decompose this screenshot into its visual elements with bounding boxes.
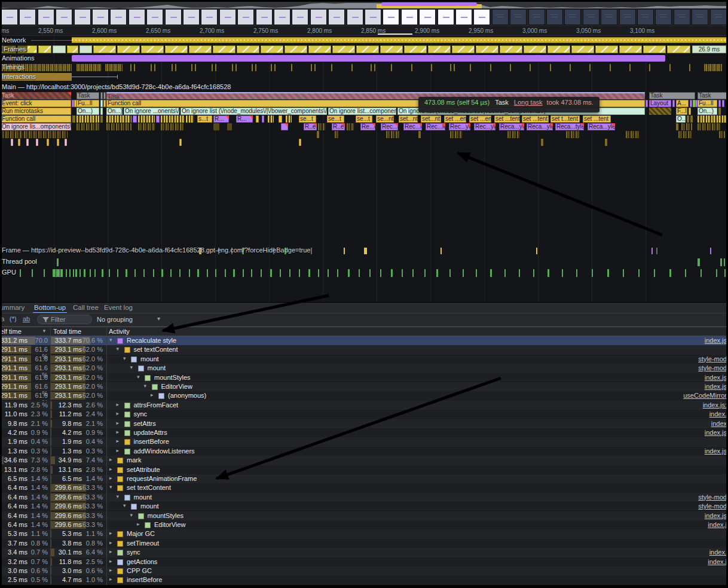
flame-block[interactable] [11,139,13,146]
tab-event-log[interactable]: Event log [103,303,134,313]
flame-block[interactable] [386,131,399,138]
flame-block[interactable] [262,115,264,123]
frame-block[interactable] [79,45,92,53]
source-link[interactable]: index.j [708,558,727,565]
flame-block[interactable]: R..e [304,123,317,130]
frame-block[interactable] [404,45,427,53]
screenshot-thumbnail[interactable] [110,9,127,25]
cpu-overview-strip[interactable] [0,0,728,8]
main-thread-title[interactable]: Main — http://localhost:3000/projects/bd… [0,83,728,92]
frame-block[interactable] [643,45,666,53]
flame-block[interactable] [213,123,219,130]
flame-block[interactable]: R..e [332,123,345,130]
expand-arrow-icon[interactable]: ▸ [117,429,120,435]
collapse-arrow-icon[interactable]: ▾ [117,493,120,499]
grouping-caret-icon[interactable]: ▾ [157,315,160,322]
flame-block[interactable] [281,123,288,130]
source-link[interactable]: index. [709,549,727,556]
main-flame-chart[interactable]: TaskTaskTaskTaskTaskEvent: clickFu...llF… [0,92,728,154]
flame-block[interactable]: se...t [356,115,372,123]
screenshot-thumbnail[interactable] [528,9,545,25]
tab-call-tree[interactable]: Call tree [72,303,100,313]
source-link[interactable]: style-mod [698,355,727,362]
flame-block[interactable] [100,108,103,115]
flame-block[interactable]: Task [1,92,71,99]
flame-block[interactable] [347,123,354,130]
screenshot-thumbnail[interactable] [401,9,418,25]
expand-arrow-icon[interactable]: ▸ [109,576,112,582]
flame-block[interactable] [335,131,339,138]
flame-block[interactable] [65,139,67,146]
screenshot-thumbnail[interactable] [419,9,436,25]
screenshot-thumbnail[interactable] [655,9,672,25]
flame-block[interactable]: A... [676,100,689,107]
tab-summary[interactable]: Summary [0,303,26,313]
table-row[interactable]: 6.4 ms1.4 %299.6 ms63.3 %▾mountstyle-mod [0,502,728,511]
selection-handle[interactable] [378,33,412,35]
table-row[interactable]: 34.6 ms7.3 %34.9 ms7.4 %▸mark [0,456,728,465]
screenshot-thumbnail[interactable] [601,9,617,25]
flame-block[interactable]: On...) [698,108,717,115]
match-case-icon[interactable]: Aa [0,315,4,322]
flame-block[interactable]: On ignore list...components\/) [328,108,396,115]
table-row[interactable]: 3.2 ms0.7 %11.8 ms2.5 %▸getActionsindex.… [0,557,728,566]
flame-block[interactable]: Rec...le [426,123,445,130]
flame-block[interactable]: set ...ent [444,115,466,123]
flame-block[interactable]: Rec...yle [474,123,495,130]
screenshot-thumbnail[interactable] [438,9,454,25]
frame-block[interactable] [332,45,355,53]
screenshot-thumbnail[interactable] [292,9,308,25]
flame-block[interactable] [687,115,689,123]
screenshot-thumbnail[interactable] [1,9,18,25]
flame-block[interactable]: s...t [197,115,212,123]
flame-block[interactable] [299,139,301,146]
frame-block[interactable] [667,45,690,53]
frame-block[interactable] [67,45,78,53]
flame-block[interactable]: On...) [106,108,123,115]
flame-block[interactable]: set t...tent [550,115,580,123]
column-activity[interactable]: Activity [109,328,130,335]
table-row[interactable]: 6.5 ms1.4 %6.5 ms1.4 %▸requestAnimationF… [0,474,728,483]
flame-block[interactable]: Task [698,92,728,99]
expand-arrow-icon[interactable]: ▸ [109,530,112,536]
column-divider[interactable] [50,327,51,588]
flame-block[interactable] [649,108,671,115]
flame-block[interactable] [36,139,38,146]
expand-arrow-icon[interactable]: ▸ [117,401,120,407]
screenshot-thumbnail[interactable] [183,9,200,25]
flame-block[interactable]: Reca...yle [527,123,553,130]
flame-block[interactable] [450,131,462,138]
screenshot-thumbnail[interactable] [38,9,54,25]
flame-block[interactable] [106,123,131,130]
grouping-select[interactable]: No grouping [97,316,133,323]
frame-duration-block[interactable]: 26.9 ms [692,45,726,53]
source-link[interactable]: style-mod [698,364,727,371]
gpu-track[interactable]: GPU [0,268,728,278]
time-ruler[interactable]: ms 2,550 ms2,600 ms2,650 ms2,700 ms2,750… [0,26,728,36]
screenshot-thumbnail[interactable] [492,9,509,25]
screenshot-thumbnail[interactable] [19,9,36,25]
flame-block[interactable]: Reca...yle [499,123,524,130]
frame-track[interactable]: Frame — https://id-preview--bd53fd9d-728… [0,246,728,256]
flame-block[interactable]: R... [236,115,253,123]
screenshot-thumbnail[interactable] [710,9,727,25]
flame-block[interactable] [77,123,99,130]
expand-arrow-icon[interactable]: ▸ [109,549,112,555]
table-row[interactable]: 6.4 ms1.4 %299.6 ms63.3 %▾mountStylesind… [0,511,728,520]
screenshot-thumbnail[interactable] [74,9,91,25]
frame-block[interactable] [237,45,259,53]
source-link[interactable]: useCodeMirror [683,392,727,399]
frame-block[interactable] [380,45,403,53]
expand-arrow-icon[interactable]: ▸ [117,438,120,444]
flame-block[interactable] [57,139,59,146]
flame-block[interactable]: Function call [1,115,71,123]
flame-block[interactable] [718,108,721,115]
flame-block[interactable]: Event: click [1,100,71,107]
flame-block[interactable] [722,100,724,107]
screenshot-thumbnail[interactable] [129,9,145,25]
collapse-arrow-icon[interactable]: ▾ [117,346,120,352]
thread-pool-track[interactable]: Thread pool [0,257,728,267]
table-row[interactable]: 291.1 ms61.6 %293.1 ms62.0 %▾set textCon… [0,345,728,354]
screenshot-thumbnail[interactable] [347,9,363,25]
screenshot-thumbnail[interactable] [328,9,345,25]
